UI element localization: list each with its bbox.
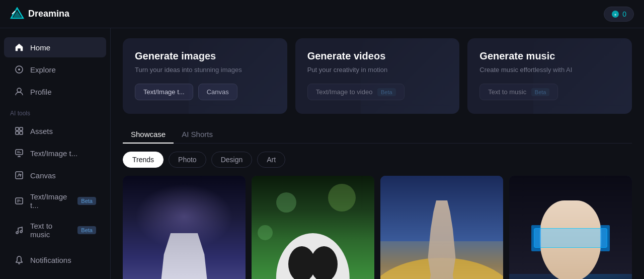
videos-card-title: Generate videos xyxy=(307,50,448,62)
header: Dreamina + 0 xyxy=(0,0,644,28)
image-card-1[interactable] xyxy=(123,176,246,279)
music-card-desc: Create music effortlessly with AI xyxy=(479,66,620,74)
svg-text:+: + xyxy=(614,13,617,17)
sidebar-label-explore: Explore xyxy=(30,65,56,74)
music-card-buttons: Text to music Beta xyxy=(479,84,620,100)
canvas-tool-button[interactable]: Canvas xyxy=(198,84,237,100)
text-music-label: Text to music xyxy=(488,88,526,96)
images-card-title: Generate images xyxy=(135,50,275,62)
sidebar-item-explore[interactable]: Explore xyxy=(4,59,106,80)
sidebar-item-text-image-beta[interactable]: Text/Image t... Beta xyxy=(4,187,106,215)
filter-row: Trends Photo Design Art xyxy=(123,152,632,168)
videos-card-buttons: Text/Image to video Beta xyxy=(307,84,448,100)
sidebar-label-home: Home xyxy=(30,43,50,52)
text-music-tool-button[interactable]: Text to music Beta xyxy=(479,84,558,100)
text-image-beta-icon xyxy=(14,196,24,206)
sidebar-item-text-music[interactable]: Text to music Beta xyxy=(4,217,106,244)
logo[interactable]: Dreamina xyxy=(10,7,69,21)
image-card-3[interactable] xyxy=(380,176,503,279)
sidebar-item-text-image[interactable]: Text/Image t... xyxy=(4,143,106,163)
logo-icon xyxy=(10,7,24,21)
assets-icon xyxy=(14,126,24,136)
svg-point-6 xyxy=(18,68,20,71)
home-icon xyxy=(14,42,24,52)
svg-point-17 xyxy=(20,231,22,233)
svg-rect-9 xyxy=(20,127,23,130)
sidebar-item-canvas[interactable]: Canvas xyxy=(4,165,106,185)
music-icon xyxy=(14,225,24,235)
canvas-icon xyxy=(14,170,24,180)
sidebar-item-profile[interactable]: Profile xyxy=(4,82,106,102)
svg-point-7 xyxy=(17,88,21,92)
filter-trends[interactable]: Trends xyxy=(123,152,164,168)
sidebar-label-notifications: Notifications xyxy=(30,256,71,264)
text-video-tool-button[interactable]: Text/Image to video Beta xyxy=(307,84,405,100)
sidebar-label-text-image: Text/Image t... xyxy=(30,149,77,158)
filter-photo[interactable]: Photo xyxy=(169,152,206,168)
sidebar-item-notifications[interactable]: Notifications xyxy=(4,250,106,270)
feature-card-images: Generate images Turn your ideas into stu… xyxy=(123,38,287,114)
text-image-icon xyxy=(14,148,24,158)
sidebar-label-text-music: Text to music xyxy=(30,222,68,239)
header-right: + 0 xyxy=(604,7,634,22)
sidebar-label-profile: Profile xyxy=(30,88,52,96)
sidebar: Home Explore Profile AI tools xyxy=(0,28,111,279)
music-card-title: Generate music xyxy=(479,50,620,62)
sidebar-item-home[interactable]: Home xyxy=(4,37,106,57)
images-card-desc: Turn your ideas into stunning images xyxy=(135,66,275,74)
showcase-section: Showcase AI Shorts Trends Photo Design A… xyxy=(123,126,632,279)
sidebar-label-assets: Assets xyxy=(30,127,53,135)
svg-rect-12 xyxy=(16,150,23,155)
showcase-tabs: Showcase AI Shorts xyxy=(123,126,632,144)
svg-rect-13 xyxy=(16,172,23,179)
sidebar-label-canvas: Canvas xyxy=(30,171,56,180)
tab-ai-shorts[interactable]: AI Shorts xyxy=(174,126,221,144)
image-card-4[interactable] xyxy=(509,176,632,279)
music-beta-badge: Beta xyxy=(531,88,550,96)
tab-showcase[interactable]: Showcase xyxy=(123,126,174,144)
ai-tools-label: AI tools xyxy=(0,103,110,120)
explore-icon xyxy=(14,64,24,75)
video-beta-badge: Beta xyxy=(377,88,396,96)
filter-art[interactable]: Art xyxy=(257,152,285,168)
bell-icon xyxy=(14,255,24,265)
svg-rect-10 xyxy=(16,131,19,134)
text-music-beta-badge: Beta xyxy=(77,226,96,234)
text-image-tool-button[interactable]: Text/Image t... xyxy=(135,84,193,100)
main-layout: Home Explore Profile AI tools xyxy=(0,28,644,279)
image-card-2[interactable] xyxy=(252,176,374,279)
videos-card-desc: Put your creativity in motion xyxy=(307,66,448,74)
feature-card-videos: Generate videos Put your creativity in m… xyxy=(295,38,460,114)
coins-count: 0 xyxy=(622,10,626,18)
images-card-buttons: Text/Image t... Canvas xyxy=(135,84,275,100)
svg-rect-8 xyxy=(16,127,19,130)
feature-card-music: Generate music Create music effortlessly… xyxy=(467,38,632,114)
text-video-label: Text/Image to video xyxy=(316,88,373,96)
app-name: Dreamina xyxy=(28,9,69,19)
svg-rect-11 xyxy=(20,131,23,134)
image-grid xyxy=(123,176,632,279)
feature-cards: Generate images Turn your ideas into stu… xyxy=(123,38,632,114)
coin-icon: + xyxy=(611,10,619,18)
sidebar-label-text-image-beta: Text/Image t... xyxy=(30,192,68,210)
svg-point-16 xyxy=(16,232,18,234)
sidebar-item-assets[interactable]: Assets xyxy=(4,121,106,141)
text-image-beta-badge: Beta xyxy=(77,197,96,205)
coins-button[interactable]: + 0 xyxy=(604,7,634,22)
filter-design[interactable]: Design xyxy=(211,152,253,168)
profile-icon xyxy=(14,87,24,97)
svg-point-14 xyxy=(20,174,22,176)
main-content: Generate images Turn your ideas into stu… xyxy=(111,28,644,279)
